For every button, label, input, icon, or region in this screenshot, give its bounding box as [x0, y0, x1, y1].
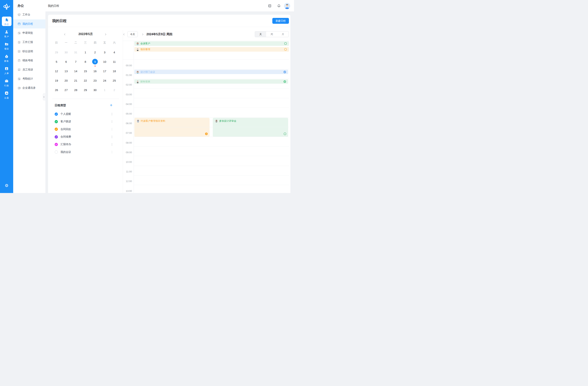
allday-event[interactable]: 会谈客户	[134, 41, 289, 46]
calendar-day[interactable]: 22	[81, 76, 90, 85]
calendar-day[interactable]: 12	[52, 66, 61, 76]
calendar-day[interactable]: 7	[71, 57, 81, 66]
timed-event[interactable]: 财务报表	[134, 79, 288, 84]
weekday-label: 六	[109, 41, 119, 44]
timed-event[interactable]: 约谈客户整理项目资料	[134, 118, 210, 137]
calendar-day[interactable]: 2	[90, 47, 100, 57]
calendar-day[interactable]: 2	[109, 85, 119, 95]
timed-event[interactable]: 设计部门会议	[134, 70, 288, 74]
type-checkbox[interactable]	[55, 143, 58, 146]
mini-calendar-weekdays: 日一二三四五六	[52, 41, 119, 44]
rail-item-办公[interactable]: 办公	[2, 17, 12, 26]
calendar-day[interactable]: 8	[81, 57, 90, 66]
calendar-day[interactable]: 11	[109, 57, 119, 66]
settings-gear-icon[interactable]: ⚙	[0, 183, 13, 188]
next-month-button[interactable]	[104, 33, 107, 36]
calendar-day[interactable]: 23	[90, 76, 100, 85]
type-menu-icon[interactable]	[111, 120, 113, 124]
sidebar-item-工作台[interactable]: 工作台	[13, 10, 45, 20]
view-tab-月[interactable]: 月	[277, 31, 289, 37]
sidebar-item-员工培训[interactable]: 员工培训	[13, 65, 45, 74]
calendar-day[interactable]: 28	[71, 85, 81, 95]
type-menu-icon[interactable]	[111, 112, 113, 116]
type-menu-icon[interactable]	[111, 143, 113, 146]
mini-calendar-month-label: 2022年5月	[52, 32, 119, 36]
calendar-day[interactable]: 1	[81, 47, 90, 57]
calendar-day[interactable]: 25	[109, 76, 119, 85]
calendar-day[interactable]: 29	[52, 47, 61, 57]
rail-item-人事[interactable]: 人事	[0, 66, 13, 75]
event-status-icon[interactable]	[283, 71, 286, 73]
calendar-day[interactable]: 6	[61, 57, 71, 66]
next-day-button[interactable]	[141, 33, 144, 36]
type-menu-icon[interactable]	[111, 150, 113, 154]
calendar-day[interactable]: 13	[61, 66, 71, 76]
sidebar-item-职位说明[interactable]: 职位说明	[13, 47, 45, 56]
calendar-day[interactable]: 17	[100, 66, 109, 76]
type-checkbox[interactable]	[55, 135, 58, 139]
grid-top-border	[123, 60, 289, 60]
rail-item-行政[interactable]: 行政	[0, 79, 13, 87]
calendar-day-selected[interactable]: 9	[90, 57, 100, 66]
calendar-day[interactable]: 20	[61, 76, 71, 85]
sidebar-item-考勤统计[interactable]: 考勤统计	[13, 74, 45, 84]
calendar-day[interactable]: 14	[71, 66, 81, 76]
event-status-icon[interactable]	[283, 80, 286, 83]
type-menu-icon[interactable]	[111, 135, 113, 139]
calendar-day[interactable]: 16	[90, 66, 100, 76]
view-tab-天[interactable]: 天	[255, 31, 266, 37]
weekday-label: 四	[90, 41, 100, 44]
calendar-day[interactable]: 15	[81, 66, 90, 76]
type-checkbox[interactable]	[55, 128, 58, 131]
type-checkbox[interactable]	[55, 120, 58, 123]
calendar-day[interactable]: 18	[109, 66, 119, 76]
calendar-day[interactable]: 19	[52, 76, 61, 85]
sidebar-item-我的日程[interactable]: 我的日程	[13, 20, 45, 29]
add-type-button[interactable]	[110, 104, 113, 107]
sidebar-item-绩效考核[interactable]: 绩效考核	[13, 56, 45, 65]
allday-event[interactable]: 项目整理	[134, 47, 289, 52]
calendar-day[interactable]: 21	[71, 76, 81, 85]
event-status-icon[interactable]	[284, 42, 287, 45]
avatar	[136, 80, 139, 83]
new-event-button[interactable]: 新建日程	[272, 18, 289, 24]
office-icon	[5, 18, 9, 22]
sidebar-item-申请审批[interactable]: 申请审批	[13, 28, 45, 38]
calendar-day[interactable]: 24	[100, 76, 109, 85]
calendar-day[interactable]: 30	[61, 47, 71, 57]
rail-item-云盘[interactable]: 云盘	[0, 91, 13, 99]
sidebar-collapse-button[interactable]	[43, 93, 45, 101]
calendar-day[interactable]: 31	[71, 47, 81, 57]
user-avatar[interactable]	[284, 3, 290, 9]
today-button[interactable]: 今天	[127, 31, 138, 37]
type-menu-icon[interactable]	[111, 128, 113, 131]
calendar-day[interactable]: 1	[100, 85, 109, 95]
calendar-day[interactable]: 3	[100, 47, 109, 57]
event-status-icon[interactable]	[284, 48, 287, 51]
allday-events: 会谈客户 项目整理	[134, 41, 289, 53]
sidebar-item-企业通讯录[interactable]: 企业通讯录	[13, 84, 45, 93]
type-checkbox[interactable]	[55, 112, 58, 116]
type-checkbox[interactable]	[55, 150, 58, 154]
calendar-day[interactable]: 4	[109, 47, 119, 57]
prev-day-button[interactable]	[123, 33, 126, 36]
rail-item-财务[interactable]: 财务	[0, 54, 13, 63]
calendar-day[interactable]: 29	[81, 85, 90, 95]
timed-event[interactable]: 参加设计评审会	[213, 118, 288, 137]
view-tab-周[interactable]: 周	[266, 31, 277, 37]
schedule-list-icon[interactable]	[268, 4, 272, 8]
event-status-icon[interactable]	[205, 132, 208, 135]
calendar-day[interactable]: 27	[61, 85, 71, 95]
calendar-day[interactable]: 5	[52, 57, 61, 66]
app-rail: 办公客户项目财务人事行政云盘 ⚙	[0, 0, 13, 193]
notification-bell-icon[interactable]	[277, 4, 281, 8]
rail-item-项目[interactable]: 项目	[0, 42, 13, 50]
calendar-day[interactable]: 10	[100, 57, 109, 66]
event-status-icon[interactable]	[284, 132, 286, 135]
sidebar-item-工作汇报[interactable]: 工作汇报	[13, 38, 45, 47]
calendar-day[interactable]: 26	[52, 85, 61, 95]
hour-gridline	[134, 69, 289, 69]
rail-item-客户[interactable]: 客户	[0, 30, 13, 38]
page-title: 我的日程	[52, 19, 66, 23]
calendar-day[interactable]: 30	[90, 85, 100, 95]
